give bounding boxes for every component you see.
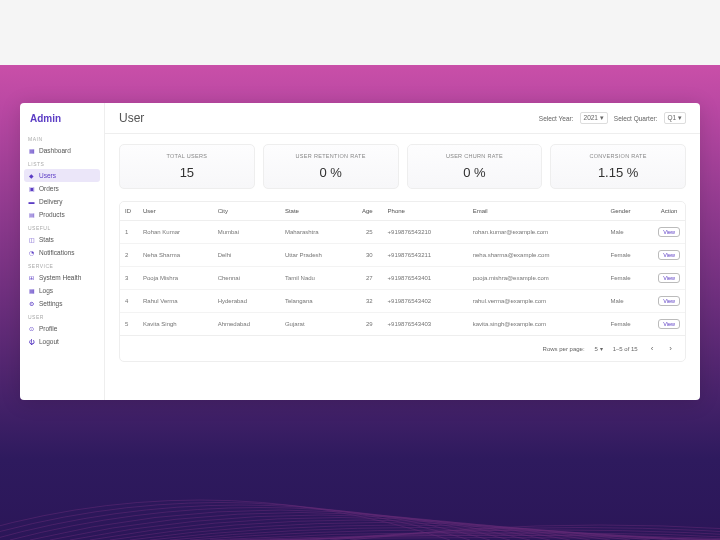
logs-icon: ▦ xyxy=(28,287,35,294)
cell-id: 3 xyxy=(120,267,138,290)
sidebar-section-label: LISTS xyxy=(20,157,104,169)
cell-city: Ahmedabad xyxy=(213,313,280,336)
prev-page-button[interactable]: ‹ xyxy=(648,344,657,353)
sidebar-item-products[interactable]: ▤Products xyxy=(20,208,104,221)
table-header: City xyxy=(213,202,280,221)
background-decoration xyxy=(0,480,720,540)
cell-age: 30 xyxy=(355,244,383,267)
view-button[interactable]: View xyxy=(658,296,680,306)
sidebar-item-logs[interactable]: ▦Logs xyxy=(20,284,104,297)
year-select[interactable]: 2021 ▾ xyxy=(580,112,608,124)
cell-id: 5 xyxy=(120,313,138,336)
filter-controls: Select Year: 2021 ▾ Select Quarter: Q1 ▾ xyxy=(539,112,686,124)
sidebar-item-system-health[interactable]: ⊞System Health xyxy=(20,271,104,284)
stat-card-label: USER RETENTION RATE xyxy=(270,153,392,159)
cell-state: Telangana xyxy=(280,290,355,313)
sidebar-item-label: System Health xyxy=(39,274,81,281)
cell-user: Pooja Mishra xyxy=(138,267,213,290)
sidebar-item-stats[interactable]: ◫Stats xyxy=(20,233,104,246)
cell-email: neha.sharma@example.com xyxy=(468,244,606,267)
delivery-icon: ▬ xyxy=(28,198,35,205)
view-button[interactable]: View xyxy=(658,273,680,283)
cell-city: Delhi xyxy=(213,244,280,267)
cell-action: View xyxy=(653,221,685,244)
sidebar-item-profile[interactable]: ⊙Profile xyxy=(20,322,104,335)
sidebar-item-label: Settings xyxy=(39,300,63,307)
cell-state: Gujarat xyxy=(280,313,355,336)
sidebar-item-logout[interactable]: ⏻Logout xyxy=(20,335,104,348)
sidebar-item-delivery[interactable]: ▬Delivery xyxy=(20,195,104,208)
view-button[interactable]: View xyxy=(658,319,680,329)
quarter-select[interactable]: Q1 ▾ xyxy=(664,112,686,124)
sidebar-item-label: Delivery xyxy=(39,198,62,205)
sidebar-section-label: MAIN xyxy=(20,132,104,144)
users-icon: ◆ xyxy=(28,172,35,179)
sidebar-item-notifications[interactable]: ◔Notifications xyxy=(20,246,104,259)
cell-city: Mumbai xyxy=(213,221,280,244)
cell-gender: Female xyxy=(605,267,653,290)
cell-state: Uttar Pradesh xyxy=(280,244,355,267)
cell-state: Tamil Nadu xyxy=(280,267,355,290)
cell-gender: Male xyxy=(605,290,653,313)
cell-action: View xyxy=(653,267,685,290)
sidebar-section-label: SERVICE xyxy=(20,259,104,271)
user-table: IDUserCityStateAgePhoneEmailGenderAction… xyxy=(120,202,685,336)
page-title: User xyxy=(119,111,144,125)
sidebar-section-label: USER xyxy=(20,310,104,322)
sidebar-item-label: Logs xyxy=(39,287,53,294)
next-page-button[interactable]: › xyxy=(666,344,675,353)
pagination-range: 1–5 of 15 xyxy=(613,346,638,352)
view-button[interactable]: View xyxy=(658,227,680,237)
quarter-label: Select Quarter: xyxy=(614,115,658,122)
sidebar-item-label: Profile xyxy=(39,325,57,332)
table-header: Age xyxy=(355,202,383,221)
cell-user: Rahul Verma xyxy=(138,290,213,313)
cell-age: 32 xyxy=(355,290,383,313)
stats-icon: ◫ xyxy=(28,236,35,243)
sidebar: Admin MAIN▦DashboardLISTS◆Users▣Orders▬D… xyxy=(20,103,105,400)
cell-city: Chennai xyxy=(213,267,280,290)
dashboard-icon: ▦ xyxy=(28,147,35,154)
year-label: Select Year: xyxy=(539,115,574,122)
content-area: TOTAL USERS15USER RETENTION RATE0 %USER … xyxy=(105,134,700,400)
stat-card: USER CHURN RATE0 % xyxy=(407,144,543,189)
cell-email: rohan.kumar@example.com xyxy=(468,221,606,244)
view-button[interactable]: View xyxy=(658,250,680,260)
table-header: ID xyxy=(120,202,138,221)
table-row: 3Pooja MishraChennaiTamil Nadu27+9198765… xyxy=(120,267,685,290)
stat-card-value: 0 % xyxy=(414,165,536,180)
main-content: User Select Year: 2021 ▾ Select Quarter:… xyxy=(105,103,700,400)
sidebar-item-users[interactable]: ◆Users xyxy=(24,169,100,182)
cell-age: 25 xyxy=(355,221,383,244)
stat-card-label: CONVERSION RATE xyxy=(557,153,679,159)
sidebar-item-label: Products xyxy=(39,211,65,218)
profile-icon: ⊙ xyxy=(28,325,35,332)
cell-action: View xyxy=(653,244,685,267)
cell-email: rahul.verma@example.com xyxy=(468,290,606,313)
sidebar-section-label: USEFUL xyxy=(20,221,104,233)
sidebar-item-dashboard[interactable]: ▦Dashboard xyxy=(20,144,104,157)
sidebar-item-settings[interactable]: ⚙Settings xyxy=(20,297,104,310)
settings-icon: ⚙ xyxy=(28,300,35,307)
system-health-icon: ⊞ xyxy=(28,274,35,281)
stat-card: CONVERSION RATE1.15 % xyxy=(550,144,686,189)
stat-cards: TOTAL USERS15USER RETENTION RATE0 %USER … xyxy=(119,144,686,189)
sidebar-item-label: Logout xyxy=(39,338,59,345)
cell-gender: Female xyxy=(605,313,653,336)
cell-email: kavita.singh@example.com xyxy=(468,313,606,336)
table-header: State xyxy=(280,202,355,221)
cell-phone: +919876543211 xyxy=(383,244,468,267)
notifications-icon: ◔ xyxy=(28,249,35,256)
cell-id: 4 xyxy=(120,290,138,313)
pagination: Rows per page: 5 ▾ 1–5 of 15 ‹ › xyxy=(120,336,685,361)
stat-card-label: USER CHURN RATE xyxy=(414,153,536,159)
rows-per-page-select[interactable]: 5 ▾ xyxy=(595,345,603,352)
table-header: User xyxy=(138,202,213,221)
rows-per-page-label: Rows per page: xyxy=(543,346,585,352)
cell-phone: +919876543210 xyxy=(383,221,468,244)
stat-card: TOTAL USERS15 xyxy=(119,144,255,189)
cell-age: 27 xyxy=(355,267,383,290)
orders-icon: ▣ xyxy=(28,185,35,192)
app-window: Admin MAIN▦DashboardLISTS◆Users▣Orders▬D… xyxy=(20,103,700,400)
sidebar-item-orders[interactable]: ▣Orders xyxy=(20,182,104,195)
